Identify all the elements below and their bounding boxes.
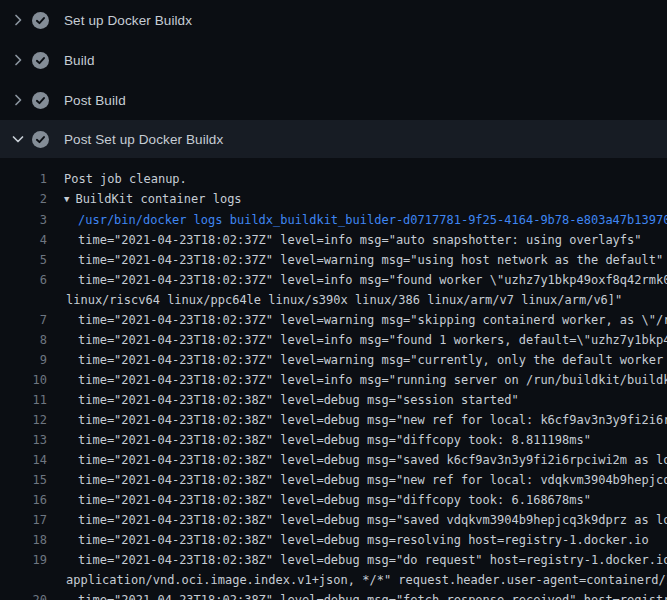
log-line: 8time="2021-04-23T18:02:37Z" level=info … bbox=[0, 330, 667, 350]
chevron-right-icon bbox=[10, 52, 26, 68]
log-line: 4time="2021-04-23T18:02:37Z" level=info … bbox=[0, 230, 667, 250]
log-line-number[interactable]: 13 bbox=[0, 430, 47, 450]
log-line-number bbox=[0, 290, 47, 310]
log-text: time="2021-04-23T18:02:37Z" level=info m… bbox=[78, 230, 642, 250]
step-row-build[interactable]: Build bbox=[0, 40, 667, 80]
chevron-right-icon bbox=[10, 92, 26, 108]
log-line: 5time="2021-04-23T18:02:37Z" level=warni… bbox=[0, 250, 667, 270]
step-status-icon bbox=[32, 92, 49, 109]
step-row-set-up-docker-buildx[interactable]: Set up Docker Buildx bbox=[0, 0, 667, 40]
log-line-number[interactable]: 17 bbox=[0, 510, 47, 530]
log-line-number[interactable]: 10 bbox=[0, 370, 47, 390]
log-line: 13time="2021-04-23T18:02:38Z" level=debu… bbox=[0, 430, 667, 450]
log-line: 9time="2021-04-23T18:02:37Z" level=warni… bbox=[0, 350, 667, 370]
log-line-number[interactable]: 6 bbox=[0, 270, 47, 290]
log-text: time="2021-04-23T18:02:38Z" level=debug … bbox=[78, 430, 591, 450]
log-line-number[interactable]: 19 bbox=[0, 550, 47, 570]
log-line-number[interactable]: 4 bbox=[0, 230, 47, 250]
log-line-number[interactable]: 7 bbox=[0, 310, 47, 330]
log-text: time="2021-04-23T18:02:37Z" level=warnin… bbox=[78, 250, 663, 270]
log-line: 6time="2021-04-23T18:02:37Z" level=info … bbox=[0, 270, 667, 290]
log-text: time="2021-04-23T18:02:38Z" level=debug … bbox=[78, 410, 667, 430]
log-line-number[interactable]: 9 bbox=[0, 350, 47, 370]
actions-log-viewer: Set up Docker BuildxBuildPost BuildPost … bbox=[0, 0, 667, 600]
log-line-number[interactable]: 16 bbox=[0, 490, 47, 510]
step-label: Post Build bbox=[64, 93, 126, 108]
log-line-number[interactable]: 20 bbox=[0, 590, 47, 600]
log-line-wrap: linux/riscv64 linux/ppc64le linux/s390x … bbox=[0, 290, 667, 310]
log-line: 17time="2021-04-23T18:02:38Z" level=debu… bbox=[0, 510, 667, 530]
log-line: 19time="2021-04-23T18:02:38Z" level=debu… bbox=[0, 550, 667, 570]
check-circle-icon bbox=[32, 131, 49, 148]
check-circle-icon bbox=[32, 92, 49, 109]
step-row-post-build[interactable]: Post Build bbox=[0, 80, 667, 120]
log-line-number[interactable]: 2 bbox=[0, 189, 47, 210]
log-line-number[interactable]: 1 bbox=[0, 169, 47, 189]
group-title[interactable]: BuildKit container logs bbox=[75, 192, 241, 206]
chevron-right-icon[interactable] bbox=[10, 92, 26, 108]
log-text: time="2021-04-23T18:02:37Z" level=info m… bbox=[78, 330, 667, 350]
step-status-icon bbox=[32, 52, 49, 69]
log-line: 12time="2021-04-23T18:02:38Z" level=debu… bbox=[0, 410, 667, 430]
log-line: 3/usr/bin/docker logs buildx_buildkit_bu… bbox=[0, 210, 667, 230]
step-label: Post Set up Docker Buildx bbox=[64, 132, 223, 147]
step-status-icon bbox=[32, 131, 49, 148]
log-text: time="2021-04-23T18:02:38Z" level=debug … bbox=[78, 510, 667, 530]
steps-list: Set up Docker BuildxBuildPost BuildPost … bbox=[0, 0, 667, 158]
log-text: time="2021-04-23T18:02:38Z" level=debug … bbox=[78, 590, 667, 600]
log-line-number[interactable]: 3 bbox=[0, 210, 47, 230]
log-output: 1Post job cleanup.2▼BuildKit container l… bbox=[0, 158, 667, 600]
check-circle-icon bbox=[32, 12, 49, 29]
log-text: ▼BuildKit container logs bbox=[64, 189, 242, 210]
chevron-right-icon[interactable] bbox=[10, 12, 26, 28]
log-line-wrap: application/vnd.oci.image.index.v1+json,… bbox=[0, 570, 667, 590]
log-line: 16time="2021-04-23T18:02:38Z" level=debu… bbox=[0, 490, 667, 510]
log-text: time="2021-04-23T18:02:38Z" level=debug … bbox=[78, 490, 591, 510]
log-line-number[interactable]: 5 bbox=[0, 250, 47, 270]
step-label: Set up Docker Buildx bbox=[64, 13, 192, 28]
log-line-number[interactable]: 11 bbox=[0, 390, 47, 410]
log-line: 10time="2021-04-23T18:02:37Z" level=info… bbox=[0, 370, 667, 390]
log-command-text: /usr/bin/docker logs buildx_buildkit_bui… bbox=[78, 210, 667, 230]
log-line: 18time="2021-04-23T18:02:38Z" level=debu… bbox=[0, 530, 667, 550]
log-text: application/vnd.oci.image.index.v1+json,… bbox=[66, 570, 667, 590]
step-row-post-set-up-docker-buildx[interactable]: Post Set up Docker Buildx bbox=[0, 120, 667, 158]
log-text: time="2021-04-23T18:02:38Z" level=debug … bbox=[78, 470, 667, 490]
step-status-icon bbox=[32, 12, 49, 29]
log-line: 2▼BuildKit container logs bbox=[0, 189, 667, 210]
log-text: time="2021-04-23T18:02:37Z" level=info m… bbox=[78, 270, 667, 290]
log-line-number[interactable]: 14 bbox=[0, 450, 47, 470]
log-line-number[interactable]: 18 bbox=[0, 530, 47, 550]
log-text: time="2021-04-23T18:02:37Z" level=warnin… bbox=[78, 310, 667, 330]
log-line: 15time="2021-04-23T18:02:38Z" level=debu… bbox=[0, 470, 667, 490]
log-text: time="2021-04-23T18:02:37Z" level=warnin… bbox=[78, 350, 667, 370]
log-text: Post job cleanup. bbox=[64, 169, 187, 189]
log-text: time="2021-04-23T18:02:38Z" level=debug … bbox=[78, 450, 667, 470]
chevron-right-icon[interactable] bbox=[10, 52, 26, 68]
step-label: Build bbox=[64, 53, 95, 68]
log-line: 11time="2021-04-23T18:02:38Z" level=debu… bbox=[0, 390, 667, 410]
log-line: 20time="2021-04-23T18:02:38Z" level=debu… bbox=[0, 590, 667, 600]
log-line-number[interactable]: 12 bbox=[0, 410, 47, 430]
log-text: time="2021-04-23T18:02:37Z" level=info m… bbox=[78, 370, 667, 390]
log-line: 7time="2021-04-23T18:02:37Z" level=warni… bbox=[0, 310, 667, 330]
log-line-number bbox=[0, 570, 47, 590]
chevron-right-icon bbox=[10, 12, 26, 28]
log-line: 14time="2021-04-23T18:02:38Z" level=debu… bbox=[0, 450, 667, 470]
log-text: time="2021-04-23T18:02:38Z" level=debug … bbox=[78, 530, 649, 550]
log-text: time="2021-04-23T18:02:38Z" level=debug … bbox=[78, 550, 667, 570]
log-text: time="2021-04-23T18:02:38Z" level=debug … bbox=[78, 390, 519, 410]
log-text: linux/riscv64 linux/ppc64le linux/s390x … bbox=[66, 290, 622, 310]
log-line: 1Post job cleanup. bbox=[0, 169, 667, 189]
chevron-down-icon[interactable] bbox=[10, 131, 26, 147]
log-line-number[interactable]: 8 bbox=[0, 330, 47, 350]
chevron-down-icon bbox=[10, 131, 26, 147]
group-toggle-icon[interactable]: ▼ bbox=[64, 189, 69, 209]
log-line-number[interactable]: 15 bbox=[0, 470, 47, 490]
check-circle-icon bbox=[32, 52, 49, 69]
